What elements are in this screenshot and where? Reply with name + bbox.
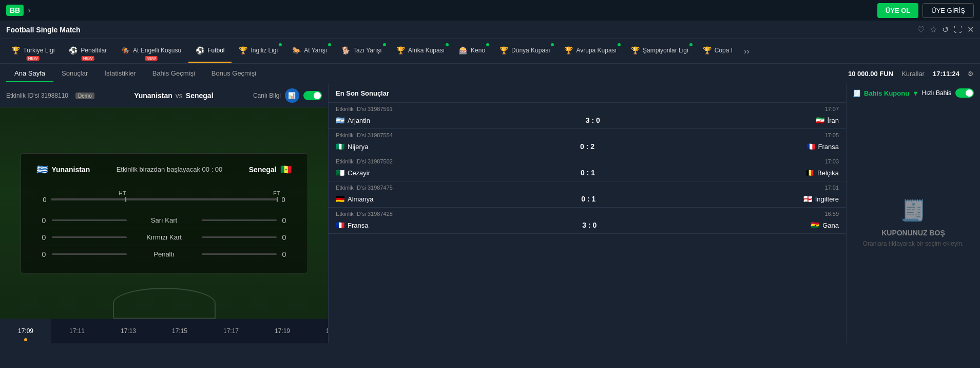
result-event-id: Etkinlik ID'si 31987591 xyxy=(336,106,393,112)
tab-at-engelli[interactable]: 🏇 At Engelli Koşusu NEW xyxy=(114,39,188,63)
result-home-team: 🇫🇷 Fransa xyxy=(336,221,368,229)
result-home-flag: 🇫🇷 xyxy=(336,221,344,229)
tab-at-yarisi[interactable]: 🐎 At Yarışı xyxy=(285,39,334,63)
timeline-item[interactable]: 17:11 xyxy=(51,319,103,343)
tab-afrika-kupasi[interactable]: 🏆 Afrika Kupası xyxy=(389,39,452,63)
sub-tab-bonus-gecmisi[interactable]: Bonus Geçmişi xyxy=(203,65,264,82)
empty-subtitle: Oranlara tıklayarak bir seçim ekleyin. xyxy=(863,240,964,247)
away-team-label: Senegal xyxy=(249,165,277,174)
home-red: 0 xyxy=(36,233,52,242)
more-tabs-button[interactable]: ›› xyxy=(740,47,754,56)
result-home-name: Nijerya xyxy=(348,143,368,151)
result-meta: Etkinlik ID'si 31987428 16:59 xyxy=(329,208,846,218)
away-yellow: 0 xyxy=(277,216,292,225)
result-away-flag: 🇬🇭 xyxy=(811,221,819,229)
hizli-bahis-toggle[interactable] xyxy=(955,88,974,98)
timeline-item[interactable]: 17:13 xyxy=(103,319,154,343)
live-info-label: Canlı Bilgi xyxy=(253,92,281,99)
horse-icon: 🏇 xyxy=(121,46,130,54)
result-event-id: Etkinlik ID'si 31987502 xyxy=(336,158,393,164)
timeline-item[interactable]: 17:09 xyxy=(0,319,51,343)
tab-keno[interactable]: 🎰 Keno xyxy=(452,39,492,63)
result-home-name: Almanya xyxy=(348,195,374,203)
sub-tab-bahis-gecmisi[interactable]: Bahis Geçmişi xyxy=(144,65,203,82)
sub-nav: Ana Sayfa Sonuçlar İstatistikler Bahis G… xyxy=(0,64,980,84)
favorite-icon[interactable]: ♡ xyxy=(917,25,925,34)
login-button[interactable]: ÜYE GİRİŞ xyxy=(923,3,974,18)
result-away-name: İran xyxy=(828,117,839,124)
coupon-empty: 🧾 KUPONUNUZ BOŞ Oranlara tıklayarak bir … xyxy=(847,102,980,343)
trophy-icon: 🏆 xyxy=(396,46,405,54)
yellow-card-label: Sarı Kart xyxy=(127,216,202,224)
tab-ingiliz-ligi[interactable]: 🏆 İngiliz Ligi xyxy=(232,39,285,63)
tab-avrupa-kupasi[interactable]: 🏆 Avrupa Kupası xyxy=(557,39,624,63)
live-icon[interactable]: 📊 xyxy=(285,88,299,103)
timeline-item[interactable]: 17:15 xyxy=(154,319,205,343)
ht-label: HT xyxy=(119,190,126,196)
sub-tab-sonuclar[interactable]: Sonuçlar xyxy=(53,65,96,82)
result-time: 17:01 xyxy=(824,185,839,191)
result-away-team: İran 🇮🇷 xyxy=(816,116,839,124)
new-badge: NEW xyxy=(27,56,40,61)
result-match[interactable]: 🇫🇷 Fransa 3 : 0 Gana 🇬🇭 xyxy=(329,218,846,233)
coupon-title[interactable]: 🧾 Bahis Kuponu ▼ xyxy=(853,89,919,97)
timeline-item[interactable]: 17:19 xyxy=(257,319,308,343)
empty-receipt-icon: 🧾 xyxy=(900,198,926,223)
timeline-item[interactable]: 17:21 xyxy=(308,319,328,343)
close-icon[interactable]: ✕ xyxy=(967,25,974,34)
tab-label: Penaltılar xyxy=(81,47,107,54)
trophy-icon: 🏆 xyxy=(499,46,508,54)
result-event-id: Etkinlik ID'si 31987428 xyxy=(336,211,393,217)
progress-section: 0 HT FT 0 xyxy=(36,181,292,212)
result-match[interactable]: 🇦🇷 Arjantin 3 : 0 İran 🇮🇷 xyxy=(329,113,846,128)
tab-futbol[interactable]: ⚽ Futbol xyxy=(188,39,232,63)
empty-title: KUPONUNUZ BOŞ xyxy=(881,229,945,237)
result-match[interactable]: 🇩🇿 Cezayir 0 : 1 Belçika 🇧🇪 xyxy=(329,165,846,181)
refresh-icon[interactable]: ↺ xyxy=(942,25,949,34)
tab-label: At Engelli Koşusu xyxy=(133,47,181,54)
hizli-bahis: Hızlı Bahis xyxy=(922,88,974,98)
tab-label: Futbol xyxy=(207,47,224,54)
rules-link[interactable]: Kurallar xyxy=(901,70,925,78)
coupon-title-label: Bahis Kuponu xyxy=(864,89,909,97)
result-match[interactable]: 🇩🇪 Almanya 0 : 1 İngiltere 🏴󠁧󠁢󠁥󠁮󠁧󠁿 xyxy=(329,192,846,207)
result-group: Etkinlik ID'si 31987502 17:03 🇩🇿 Cezayir… xyxy=(329,155,846,181)
field-center-circle xyxy=(113,288,216,319)
star-icon[interactable]: ☆ xyxy=(930,25,937,34)
stat-bar-right xyxy=(202,219,277,221)
expand-icon[interactable]: ⛶ xyxy=(954,25,962,34)
away-score: 0 xyxy=(282,196,292,204)
tab-tazi-yarisi[interactable]: 🐕 Tazı Yarışı xyxy=(334,39,389,63)
tab-dunya-kupasi[interactable]: 🏆 Dünya Kupası xyxy=(492,39,557,63)
tab-label: Avrupa Kupası xyxy=(576,47,617,54)
ft-label: FT xyxy=(273,190,280,196)
result-event-id: Etkinlik ID'si 31987554 xyxy=(336,132,393,138)
trophy-icon: 🏆 xyxy=(11,46,20,54)
stat-bar-left xyxy=(52,253,127,255)
result-group: Etkinlik ID'si 31987591 17:07 🇦🇷 Arjanti… xyxy=(329,103,846,129)
tab-copa[interactable]: 🏆 Copa I xyxy=(696,39,740,63)
dog-icon: 🐕 xyxy=(341,46,350,54)
sub-tab-istatistikler[interactable]: İstatistikler xyxy=(96,65,144,82)
register-button[interactable]: ÜYE OL xyxy=(877,3,918,18)
result-meta: Etkinlik ID'si 31987475 17:01 xyxy=(329,181,846,192)
result-home-flag: 🇳🇬 xyxy=(336,142,344,151)
tab-turkiye-ligi[interactable]: 🏆 Türkiye Ligi NEW xyxy=(4,39,62,63)
sub-tab-ana-sayfa[interactable]: Ana Sayfa xyxy=(6,65,53,82)
result-away-flag: 🇧🇪 xyxy=(805,169,814,177)
tab-sampiyonlar-ligi[interactable]: 🏆 Şampiyonlar Ligi xyxy=(624,39,696,63)
red-card-label: Kırmızı Kart xyxy=(127,233,202,241)
settings-icon[interactable]: ⚙ xyxy=(968,70,974,78)
result-match[interactable]: 🇳🇬 Nijerya 0 : 2 Fransa 🇫🇷 xyxy=(329,139,846,155)
tab-label: İngiliz Ligi xyxy=(251,47,278,54)
tab-penaltilar[interactable]: ⚽ Penaltılar NEW xyxy=(62,39,114,63)
penalty-label: Penaltı xyxy=(127,250,202,258)
timeline-item[interactable]: 17:17 xyxy=(205,319,257,343)
tab-label: Şampiyonlar Ligi xyxy=(643,47,688,54)
sub-nav-tabs: Ana Sayfa Sonuçlar İstatistikler Bahis G… xyxy=(6,65,264,82)
result-group: Etkinlik ID'si 31987475 17:01 🇩🇪 Almanya… xyxy=(329,181,846,208)
trophy-icon: 🏆 xyxy=(703,46,712,54)
result-home-flag: 🇩🇿 xyxy=(336,169,344,177)
live-toggle[interactable] xyxy=(303,91,322,100)
stat-yellow-card: 0 Sarı Kart 0 xyxy=(36,212,292,229)
